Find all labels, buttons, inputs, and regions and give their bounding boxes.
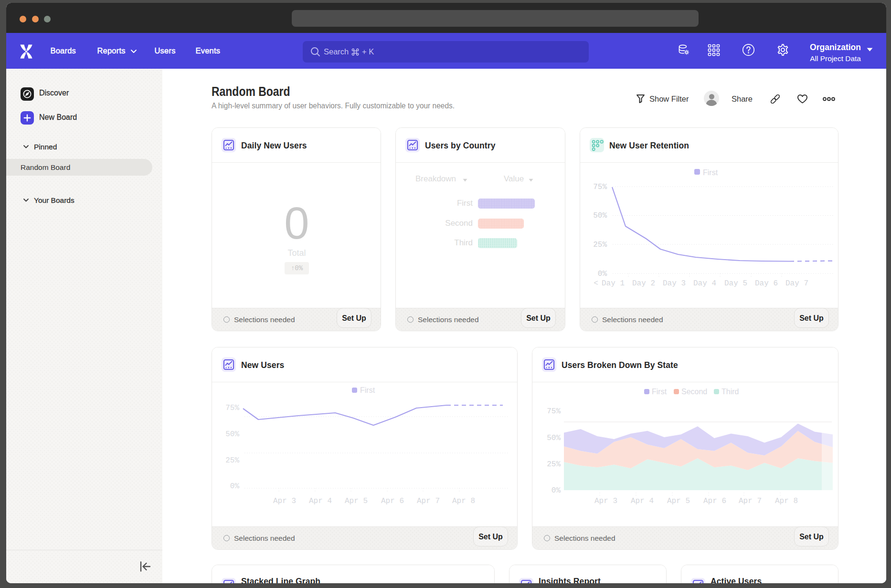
svg-text:Third: Third (721, 388, 739, 396)
svg-text:Apr 3: Apr 3 (273, 497, 296, 505)
svg-text:Day 4: Day 4 (693, 279, 716, 288)
svg-text:50%: 50% (593, 211, 607, 220)
svg-text:0%: 0% (230, 482, 240, 491)
svg-text:Second: Second (681, 388, 707, 396)
svg-text:Apr 7: Apr 7 (739, 497, 762, 505)
svg-text:Day 2: Day 2 (632, 279, 655, 288)
svg-text:Apr 4: Apr 4 (309, 497, 332, 505)
svg-text:25%: 25% (225, 456, 239, 465)
svg-text:Day 6: Day 6 (755, 279, 778, 288)
svg-text:First: First (652, 388, 667, 396)
svg-text:Day 3: Day 3 (663, 279, 686, 288)
svg-text:First: First (703, 168, 718, 177)
svg-text:25%: 25% (547, 460, 561, 469)
svg-text:Apr 4: Apr 4 (631, 497, 654, 505)
svg-text:0%: 0% (552, 486, 561, 495)
svg-text:0%: 0% (598, 270, 607, 278)
svg-text:50%: 50% (225, 430, 239, 439)
svg-text:Apr 5: Apr 5 (667, 497, 690, 505)
svg-text:Day 7: Day 7 (785, 279, 808, 288)
svg-text:Apr 8: Apr 8 (775, 497, 798, 505)
svg-text:75%: 75% (593, 183, 607, 191)
svg-text:Day 5: Day 5 (724, 279, 747, 288)
svg-text:Apr 6: Apr 6 (381, 497, 404, 505)
svg-text:50%: 50% (547, 434, 561, 442)
svg-text:Apr 8: Apr 8 (452, 497, 475, 505)
svg-text:Apr 3: Apr 3 (594, 497, 617, 505)
svg-text:Apr 7: Apr 7 (417, 497, 440, 505)
svg-text:Day 1: Day 1 (602, 279, 625, 288)
svg-text:75%: 75% (225, 404, 239, 412)
svg-text:Apr 5: Apr 5 (345, 497, 368, 505)
svg-text:First: First (360, 386, 375, 394)
svg-text:<: < (594, 279, 598, 288)
svg-text:Apr 6: Apr 6 (703, 497, 726, 505)
svg-text:75%: 75% (547, 407, 561, 416)
svg-text:25%: 25% (593, 241, 607, 249)
